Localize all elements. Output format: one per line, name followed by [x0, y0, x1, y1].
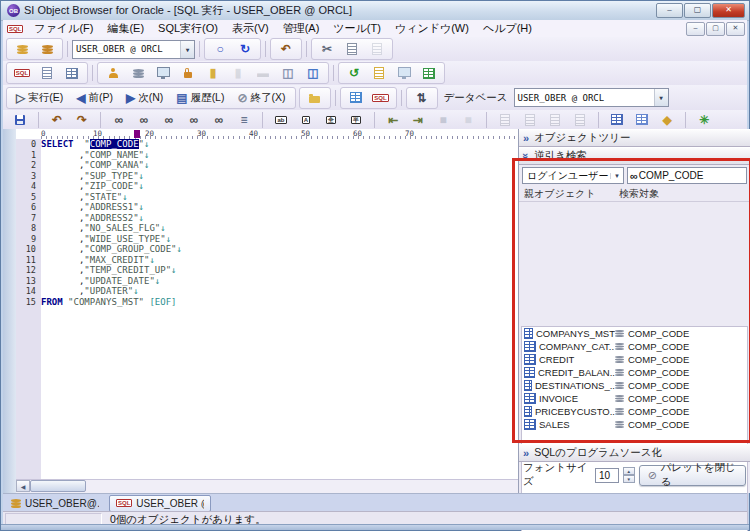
result-row[interactable]: CREDITCOMP_CODE: [522, 353, 747, 366]
sequence-object-button[interactable]: ▮: [201, 64, 225, 83]
paste-button[interactable]: [365, 40, 389, 59]
find-prev-button[interactable]: ∞: [157, 110, 181, 129]
session-monitor-button[interactable]: [392, 64, 416, 83]
rollback-button[interactable]: ↻: [233, 40, 257, 59]
menu-item[interactable]: 管理(A): [276, 20, 327, 37]
search-scope-dropdown[interactable]: ログインユーザー ▼: [522, 167, 624, 184]
redo-button[interactable]: ↷: [70, 110, 94, 129]
maximize-button[interactable]: ▢: [684, 3, 711, 18]
open-file-button[interactable]: [303, 88, 327, 107]
cut-button[interactable]: ✂: [315, 40, 339, 59]
client-object-button[interactable]: [151, 64, 175, 83]
copy-button[interactable]: [340, 40, 364, 59]
recycle-bin-button[interactable]: ↺: [342, 64, 366, 83]
connection-combo[interactable]: USER_OBER @ ORCL▼: [72, 40, 195, 59]
section-object-tree[interactable]: » オブジェクトツリー: [519, 129, 750, 147]
close-palette-button[interactable]: ⊘ パレットを閉じる: [639, 465, 746, 486]
spin-up-icon[interactable]: ▲: [623, 467, 635, 475]
find-in-files-button[interactable]: ∞: [182, 110, 206, 129]
user-object-button[interactable]: [101, 64, 125, 83]
search-input[interactable]: ∞ COMP_CODE: [627, 167, 747, 184]
scroll-left-icon[interactable]: ◀: [16, 480, 30, 492]
horizontal-scroll-thumb[interactable]: [30, 480, 86, 492]
table-object-button[interactable]: [126, 64, 150, 83]
menu-item[interactable]: SQL実行(O): [151, 20, 225, 37]
result-row[interactable]: COMPANYS_MSTCOMP_CODE: [522, 327, 747, 340]
result-row[interactable]: CREDIT_BALAN..COMP_CODE: [522, 366, 747, 379]
grid-window-button[interactable]: [60, 64, 84, 83]
menu-item[interactable]: 編集(E): [100, 20, 151, 37]
block-select-button[interactable]: ■: [431, 110, 455, 129]
cancel-query-button[interactable]: ○: [208, 40, 232, 59]
result-row[interactable]: INVOICECOMP_CODE: [522, 392, 747, 405]
chevron-down-icon[interactable]: ▼: [654, 89, 668, 106]
menu-item[interactable]: ファイル(F): [27, 20, 100, 37]
terminate-button[interactable]: ⊘終了(X): [231, 88, 291, 107]
goto-line-button[interactable]: ≡: [232, 110, 256, 129]
package-object-button[interactable]: ◫: [276, 64, 300, 83]
font-size-input[interactable]: 10: [595, 468, 619, 483]
dblink-object-button[interactable]: ▬: [251, 64, 275, 83]
caret-column-marker[interactable]: [134, 130, 140, 138]
logon-button[interactable]: [10, 40, 34, 59]
find-button[interactable]: ∞: [107, 110, 131, 129]
execute-button[interactable]: ▷実行(E): [10, 88, 69, 107]
close-button[interactable]: ✕: [712, 3, 745, 18]
section-reverse-search[interactable]: » 逆引き検索: [519, 147, 750, 165]
synonym-object-button[interactable]: ▮: [226, 64, 250, 83]
find-next-button[interactable]: ∞: [132, 110, 156, 129]
chevron-down-icon[interactable]: ▼: [180, 41, 194, 58]
sql-exec-window-button[interactable]: SQL: [10, 64, 34, 83]
history-button[interactable]: ▤履歴(L): [170, 88, 230, 107]
mdi-tab[interactable]: USER_OBER@…: [5, 496, 105, 511]
indent-button[interactable]: ⇥: [406, 110, 430, 129]
result-row[interactable]: PRICEBYCUSTO..COMP_CODE: [522, 405, 747, 418]
mdi-tab[interactable]: SQLUSER_OBER @ …: [109, 495, 211, 512]
script-window-button[interactable]: [35, 64, 59, 83]
mdi-restore-button[interactable]: ▢: [706, 22, 725, 36]
block-copy-button[interactable]: ■: [456, 110, 480, 129]
uncomment-block-button[interactable]: [568, 110, 592, 129]
result-row[interactable]: SALESCOMP_CODE: [522, 418, 747, 431]
menu-item[interactable]: ツール(T): [326, 20, 388, 37]
window-grid-button[interactable]: [605, 110, 629, 129]
undo-button[interactable]: ↶: [45, 110, 69, 129]
memo-button[interactable]: [367, 64, 391, 83]
options-button[interactable]: ✳: [692, 110, 716, 129]
uncomment-button[interactable]: [518, 110, 542, 129]
mdi-close-button[interactable]: ✕: [726, 22, 745, 36]
code-token: "COMP_NAME": [84, 150, 144, 160]
replace-button[interactable]: ∞: [207, 110, 231, 129]
menu-item[interactable]: 表示(V): [225, 20, 276, 37]
result-row[interactable]: DESTINATIONS_..COMP_CODE: [522, 379, 747, 392]
lock-object-button[interactable]: [176, 64, 200, 83]
menu-item[interactable]: ヘルプ(H): [476, 20, 539, 37]
next-button[interactable]: ▶次(N): [120, 88, 169, 107]
result-grid-button[interactable]: [344, 88, 368, 107]
mdi-minimize-button[interactable]: –: [686, 22, 705, 36]
convert-case-button[interactable]: ab: [269, 110, 293, 129]
object-palette-button[interactable]: ◆: [655, 110, 679, 129]
to-fullwidth-button[interactable]: 全: [319, 110, 343, 129]
source-check-button[interactable]: ◫: [301, 64, 325, 83]
window-grid2-button[interactable]: [630, 110, 654, 129]
unindent-button[interactable]: ⇤: [381, 110, 405, 129]
sql-log-button[interactable]: SQL: [369, 88, 393, 107]
undo-last-sql-button[interactable]: ↶: [274, 40, 298, 59]
save-button[interactable]: [8, 110, 32, 129]
comment-block-button[interactable]: [543, 110, 567, 129]
font-size-label: フォントサイズ: [523, 461, 591, 489]
result-row[interactable]: COMPANY_CAT..COMP_CODE: [522, 340, 747, 353]
table-export-button[interactable]: [417, 64, 441, 83]
to-halfwidth-button[interactable]: 半: [344, 110, 368, 129]
minimize-button[interactable]: –: [656, 3, 683, 18]
fetch-mode-button[interactable]: ⇅: [410, 88, 434, 107]
prev-button[interactable]: ◀前(P): [70, 88, 119, 107]
spin-down-icon[interactable]: ▼: [623, 475, 635, 483]
database-combo[interactable]: USER_OBER @ ORCL▼: [514, 88, 669, 107]
menu-item[interactable]: ウィンドウ(W): [388, 20, 476, 37]
logoff-button[interactable]: [35, 40, 59, 59]
convert-case2-button[interactable]: A: [294, 110, 318, 129]
code-token: "COMPANYS_MST": [68, 297, 144, 307]
comment-button[interactable]: [493, 110, 517, 129]
